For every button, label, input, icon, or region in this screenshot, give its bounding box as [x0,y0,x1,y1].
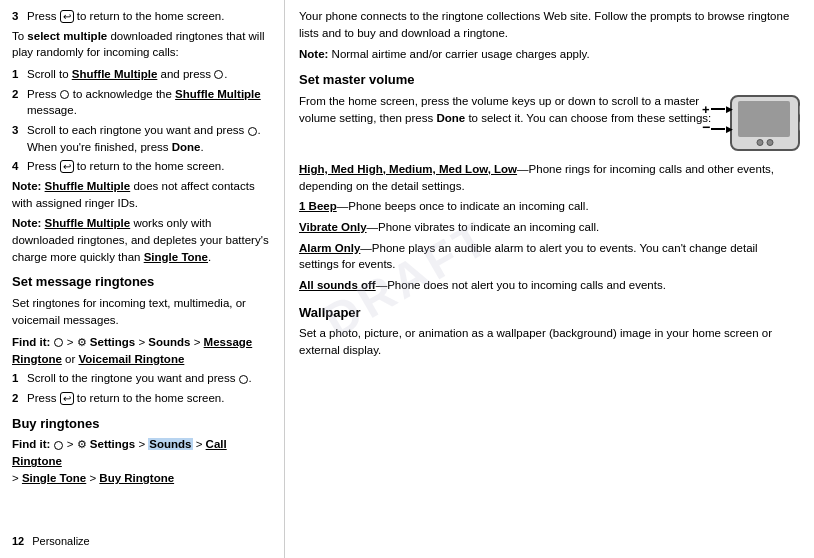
msg-step1: 1 Scroll to the ringtone you want and pr… [12,370,272,387]
msg-step2: 2 Press ↩ to return to the home screen. [12,390,272,407]
step3-text: Press ↩ to return to the home screen. [27,8,272,25]
page-number: 12 [12,534,24,550]
plus-arrow: ▶ [726,103,733,116]
shuffle-step4: 4 Press ↩ to return to the home screen. [12,158,272,175]
shuffle-step3: 3 Scroll to each ringtone you want and p… [12,122,272,155]
message-ringtones-desc: Set ringtones for incoming text, multime… [12,295,272,328]
msg-step2-num: 2 [12,390,24,407]
right-column: Your phone connects to the ringtone coll… [285,0,814,558]
shuffle-step4-text: Press ↩ to return to the home screen. [27,158,272,175]
setting-vibrate: Vibrate Only—Phone vibrates to indicate … [299,219,800,236]
shuffle-step2-text: Press to acknowledge the Shuffle Multipl… [27,86,272,119]
minus-sign: − [702,120,710,134]
select-multiple-label: select multiple [27,30,107,42]
section-wallpaper: Wallpaper [299,304,800,323]
shuffle-step2: 2 Press to acknowledge the Shuffle Multi… [12,86,272,119]
plus-sign: + [702,103,710,116]
shuffle-step1: 1 Scroll to Shuffle Multiple and press . [12,66,272,83]
left-column: 3 Press ↩ to return to the home screen. … [0,0,285,558]
right-note: Note: Normal airtime and/or carrier usag… [299,46,800,63]
step3-num: 3 [12,8,24,25]
setting-alarm: Alarm Only—Phone plays an audible alarm … [299,240,800,273]
page-container: DRAFT 3 Press ↩ to return to the home sc… [0,0,814,558]
shuffle-step4-num: 4 [12,158,24,175]
page-label: Personalize [32,534,89,550]
shuffle-step1-text: Scroll to Shuffle Multiple and press . [27,66,272,83]
note2: Note: Shuffle Multiple works only with d… [12,215,272,265]
step3-item: 3 Press ↩ to return to the home screen. [12,8,272,25]
shuffle-step2-num: 2 [12,86,24,119]
shuffle-intro: To select multiple downloaded ringtones … [12,28,272,61]
minus-arrow: ▶ [726,123,733,136]
section-master-volume: Set master volume [299,71,800,90]
note-text: Normal airtime and/or carrier usage char… [332,48,590,60]
shuffle-step3-num: 3 [12,122,24,155]
find-it-buy: Find it: > ⚙ Settings > Sounds > Call Ri… [12,436,272,486]
setting-high: High, Med High, Medium, Med Low, Low—Pho… [299,161,800,194]
msg-step1-text: Scroll to the ringtone you want and pres… [27,370,272,387]
setting-1beep: 1 Beep—Phone beeps once to indicate an i… [299,198,800,215]
section-buy-ringtones: Buy ringtones [12,415,272,434]
note1: Note: Shuffle Multiple does not affect c… [12,178,272,211]
volume-section: + ▶ − ▶ From the home screen, press the … [299,93,800,155]
msg-step1-num: 1 [12,370,24,387]
section-message-ringtones: Set message ringtones [12,273,272,292]
note-bold-label: Note: [299,48,328,60]
shuffle-step3-text: Scroll to each ringtone you want and pre… [27,122,272,155]
shuffle-step1-num: 1 [12,66,24,83]
wallpaper-desc: Set a photo, picture, or animation as a … [299,325,800,358]
find-it-message: Find it: > ⚙ Settings > Sounds > Message… [12,334,272,368]
setting-all-off: All sounds off—Phone does not alert you … [299,277,800,294]
connect-text: Your phone connects to the ringtone coll… [299,8,800,41]
msg-step2-text: Press ↩ to return to the home screen. [27,390,272,407]
